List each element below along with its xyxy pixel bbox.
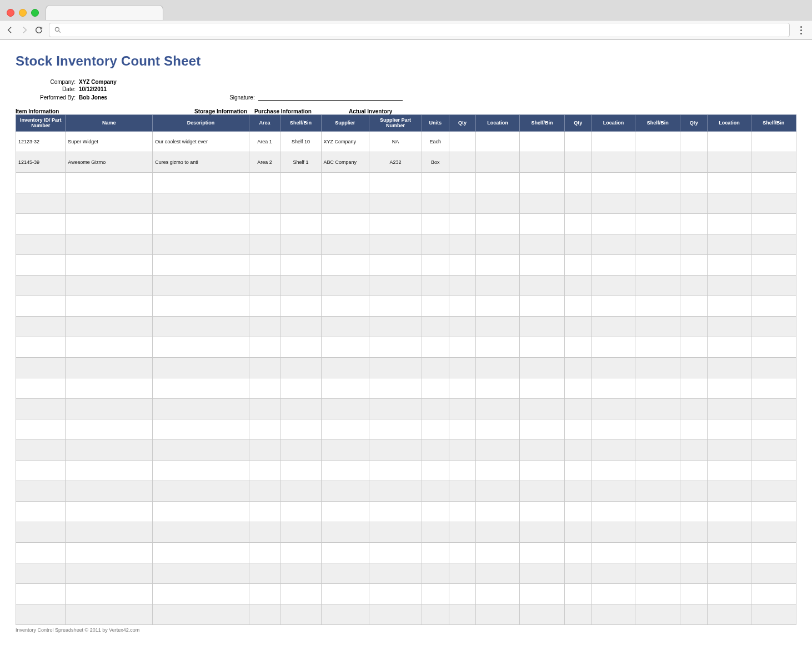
cell[interactable] [565, 337, 592, 357]
cell[interactable] [680, 172, 708, 193]
cell[interactable] [635, 152, 680, 172]
cell[interactable] [369, 439, 422, 460]
cell[interactable] [519, 501, 564, 522]
cell[interactable] [680, 398, 708, 419]
cell[interactable] [565, 563, 592, 583]
cell[interactable] [680, 152, 708, 172]
cell[interactable] [476, 213, 520, 234]
cell[interactable] [16, 275, 66, 296]
cell[interactable] [708, 193, 751, 213]
cell[interactable] [476, 398, 520, 419]
cell[interactable] [476, 337, 520, 357]
cell[interactable] [751, 542, 796, 563]
cell[interactable] [16, 378, 66, 398]
cell[interactable] [249, 337, 280, 357]
cell[interactable] [565, 604, 592, 624]
cell[interactable] [476, 542, 520, 563]
cell[interactable] [321, 419, 369, 439]
cell[interactable] [751, 172, 796, 193]
cell[interactable] [635, 398, 680, 419]
cell[interactable] [680, 234, 708, 254]
cell[interactable] [249, 213, 280, 234]
cell[interactable] [680, 254, 708, 275]
cell[interactable] [369, 275, 422, 296]
cell[interactable] [751, 234, 796, 254]
maximize-window-button[interactable] [31, 9, 39, 17]
cell[interactable] [708, 316, 751, 337]
cell[interactable] [369, 604, 422, 624]
cell[interactable] [519, 460, 564, 481]
cell[interactable] [680, 522, 708, 542]
cell[interactable] [321, 439, 369, 460]
cell[interactable] [280, 419, 321, 439]
cell[interactable] [635, 563, 680, 583]
cell[interactable] [321, 542, 369, 563]
cell[interactable] [476, 254, 520, 275]
cell[interactable] [519, 378, 564, 398]
cell[interactable] [565, 583, 592, 604]
cell[interactable] [321, 501, 369, 522]
forward-button[interactable] [20, 26, 29, 34]
cell[interactable] [321, 316, 369, 337]
cell[interactable] [66, 419, 153, 439]
cell[interactable] [592, 563, 635, 583]
cell[interactable] [369, 398, 422, 419]
cell[interactable] [422, 172, 449, 193]
cell[interactable] [16, 604, 66, 624]
cell[interactable] [476, 275, 520, 296]
cell[interactable] [449, 254, 476, 275]
cell[interactable] [449, 583, 476, 604]
cell[interactable] [280, 357, 321, 378]
cell[interactable] [16, 563, 66, 583]
cell[interactable] [321, 522, 369, 542]
cell[interactable] [592, 542, 635, 563]
cell[interactable] [751, 378, 796, 398]
cell[interactable] [449, 131, 476, 152]
cell[interactable] [592, 172, 635, 193]
cell[interactable] [635, 275, 680, 296]
cell[interactable] [592, 398, 635, 419]
cell[interactable] [16, 481, 66, 501]
cell[interactable] [321, 296, 369, 316]
cell[interactable] [592, 604, 635, 624]
cell[interactable] [751, 213, 796, 234]
cell[interactable] [153, 172, 249, 193]
cell[interactable] [680, 213, 708, 234]
cell[interactable] [280, 501, 321, 522]
cell[interactable] [519, 131, 564, 152]
cell[interactable] [16, 254, 66, 275]
cell[interactable] [635, 419, 680, 439]
cell[interactable] [476, 583, 520, 604]
cell[interactable] [592, 131, 635, 152]
cell[interactable] [708, 378, 751, 398]
cell[interactable] [565, 357, 592, 378]
cell[interactable] [680, 378, 708, 398]
cell[interactable] [476, 357, 520, 378]
cell[interactable] [449, 193, 476, 213]
cell[interactable] [708, 542, 751, 563]
cell[interactable] [592, 481, 635, 501]
cell[interactable] [635, 357, 680, 378]
cell[interactable] [476, 234, 520, 254]
cell[interactable] [422, 604, 449, 624]
cell[interactable] [449, 172, 476, 193]
cell[interactable] [249, 357, 280, 378]
cell[interactable] [422, 275, 449, 296]
cell[interactable] [249, 254, 280, 275]
cell[interactable] [449, 522, 476, 542]
cell[interactable] [422, 316, 449, 337]
cell[interactable] [476, 439, 520, 460]
cell[interactable] [249, 419, 280, 439]
cell[interactable] [751, 398, 796, 419]
cell[interactable] [369, 193, 422, 213]
cell[interactable] [280, 275, 321, 296]
cell[interactable] [519, 522, 564, 542]
cell[interactable] [476, 481, 520, 501]
cell[interactable]: 12145-39 [16, 152, 66, 172]
cell[interactable] [449, 563, 476, 583]
cell[interactable] [519, 234, 564, 254]
cell[interactable] [519, 254, 564, 275]
cell[interactable] [708, 583, 751, 604]
cell[interactable] [422, 378, 449, 398]
cell[interactable] [519, 316, 564, 337]
